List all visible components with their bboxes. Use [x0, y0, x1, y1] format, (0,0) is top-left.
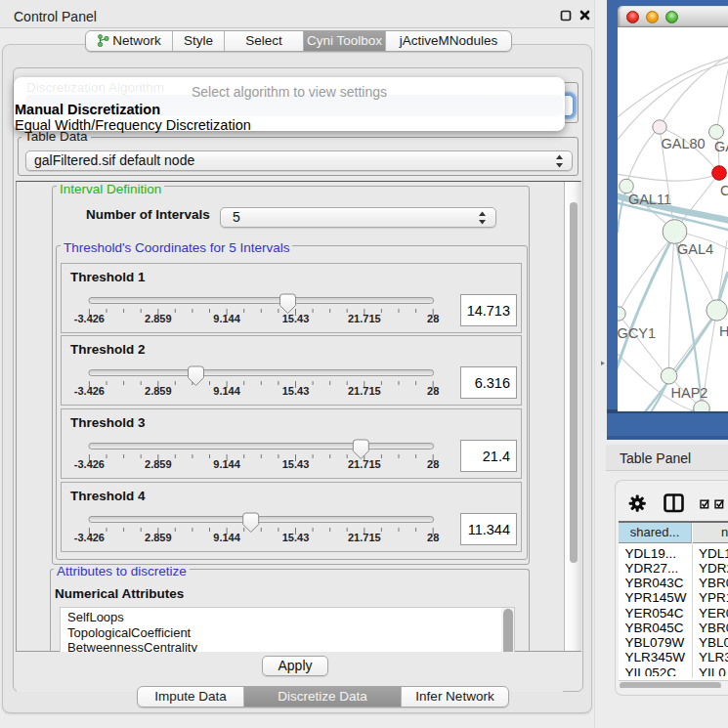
svg-text:9.144: 9.144 [213, 313, 240, 324]
svg-text:2.859: 2.859 [145, 385, 172, 397]
svg-text:21.715: 21.715 [348, 458, 381, 470]
svg-text:15.43: 15.43 [282, 532, 310, 543]
svg-text:21.715: 21.715 [348, 313, 381, 324]
svg-text:CA: CA [720, 183, 728, 198]
svg-text:GA: GA [714, 139, 728, 154]
svg-text:-3.426: -3.426 [74, 385, 105, 397]
svg-text:21.4: 21.4 [483, 449, 510, 464]
svg-text:28: 28 [427, 532, 439, 543]
svg-text:9.144: 9.144 [213, 458, 240, 470]
svg-text:11.344: 11.344 [468, 522, 510, 537]
svg-text:14.713: 14.713 [467, 303, 510, 319]
svg-text:28: 28 [427, 458, 439, 470]
svg-text:9.144: 9.144 [213, 532, 240, 543]
svg-text:HAP2: HAP2 [671, 385, 708, 401]
svg-text:-3.426: -3.426 [74, 313, 105, 324]
svg-text:GCY1: GCY1 [618, 325, 656, 341]
svg-text:-3.426: -3.426 [74, 458, 105, 470]
svg-text:GAL11: GAL11 [628, 192, 671, 207]
svg-text:6.316: 6.316 [475, 375, 510, 391]
svg-text:Threshold 2: Threshold 2 [70, 342, 146, 357]
svg-text:28: 28 [427, 313, 439, 324]
svg-text:-3.426: -3.426 [74, 532, 105, 543]
svg-text:15.43: 15.43 [282, 458, 310, 470]
svg-text:15.43: 15.43 [282, 385, 310, 397]
svg-text:HA: HA [719, 323, 728, 339]
svg-text:9.144: 9.144 [213, 385, 240, 397]
svg-text:15.43: 15.43 [282, 313, 310, 324]
svg-text:Threshold 1: Threshold 1 [70, 270, 146, 284]
svg-text:Threshold 4: Threshold 4 [70, 489, 146, 503]
svg-text:GAL4: GAL4 [677, 241, 713, 257]
svg-text:GAL80: GAL80 [662, 136, 706, 151]
svg-text:28: 28 [427, 385, 439, 397]
svg-text:2.859: 2.859 [145, 532, 172, 543]
svg-text:2.859: 2.859 [145, 313, 172, 324]
svg-text:2.859: 2.859 [145, 458, 172, 470]
svg-text:21.715: 21.715 [348, 532, 381, 543]
svg-text:Threshold 3: Threshold 3 [70, 415, 146, 430]
svg-text:21.715: 21.715 [348, 385, 381, 397]
